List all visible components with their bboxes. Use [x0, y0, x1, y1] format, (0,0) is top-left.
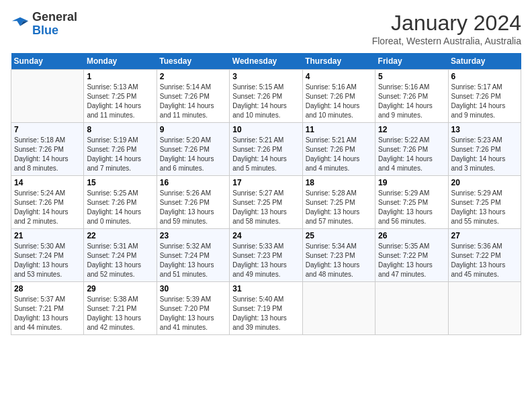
day-info: Sunrise: 5:20 AM Sunset: 7:26 PM Dayligh… — [160, 136, 226, 173]
day-info: Sunrise: 5:38 AM Sunset: 7:21 PM Dayligh… — [87, 295, 153, 332]
calendar-cell: 24Sunrise: 5:33 AM Sunset: 7:23 PM Dayli… — [230, 229, 302, 282]
calendar-cell: 21Sunrise: 5:30 AM Sunset: 7:24 PM Dayli… — [11, 229, 84, 282]
page-header: General Blue January 2024 Floreat, Weste… — [11, 11, 521, 46]
day-info: Sunrise: 5:17 AM Sunset: 7:26 PM Dayligh… — [451, 83, 518, 120]
calendar-cell: 15Sunrise: 5:25 AM Sunset: 7:26 PM Dayli… — [84, 176, 157, 229]
calendar-cell: 22Sunrise: 5:31 AM Sunset: 7:24 PM Dayli… — [84, 229, 157, 282]
day-info: Sunrise: 5:35 AM Sunset: 7:22 PM Dayligh… — [378, 242, 445, 279]
day-number: 4 — [306, 72, 372, 81]
day-info: Sunrise: 5:40 AM Sunset: 7:19 PM Dayligh… — [232, 295, 299, 332]
calendar-cell: 1Sunrise: 5:13 AM Sunset: 7:25 PM Daylig… — [84, 70, 157, 123]
month-year-title: January 2024 — [372, 11, 521, 36]
day-info: Sunrise: 5:27 AM Sunset: 7:25 PM Dayligh… — [232, 189, 299, 226]
day-number: 29 — [87, 284, 153, 293]
logo-blue-text: Blue — [32, 24, 58, 37]
calendar-cell: 31Sunrise: 5:40 AM Sunset: 7:19 PM Dayli… — [230, 282, 302, 335]
day-info: Sunrise: 5:26 AM Sunset: 7:26 PM Dayligh… — [160, 189, 226, 226]
calendar-cell: 4Sunrise: 5:16 AM Sunset: 7:26 PM Daylig… — [302, 70, 375, 123]
location-subtitle: Floreat, Western Australia, Australia — [372, 36, 521, 46]
calendar-week-row: 1Sunrise: 5:13 AM Sunset: 7:25 PM Daylig… — [11, 70, 521, 123]
day-number: 5 — [378, 72, 445, 81]
day-number: 14 — [14, 178, 81, 187]
day-number: 18 — [306, 178, 372, 187]
day-info: Sunrise: 5:30 AM Sunset: 7:24 PM Dayligh… — [14, 242, 81, 279]
day-number: 15 — [87, 178, 153, 187]
calendar-cell — [11, 70, 84, 123]
day-number: 31 — [232, 284, 299, 293]
day-number: 19 — [378, 178, 445, 187]
day-info: Sunrise: 5:14 AM Sunset: 7:26 PM Dayligh… — [160, 83, 226, 120]
day-info: Sunrise: 5:37 AM Sunset: 7:21 PM Dayligh… — [14, 295, 81, 332]
day-info: Sunrise: 5:39 AM Sunset: 7:20 PM Dayligh… — [160, 295, 226, 332]
day-info: Sunrise: 5:22 AM Sunset: 7:26 PM Dayligh… — [378, 136, 445, 173]
calendar-week-row: 14Sunrise: 5:24 AM Sunset: 7:26 PM Dayli… — [11, 176, 521, 229]
calendar-cell: 10Sunrise: 5:21 AM Sunset: 7:26 PM Dayli… — [230, 123, 302, 176]
calendar-cell: 27Sunrise: 5:36 AM Sunset: 7:22 PM Dayli… — [448, 229, 521, 282]
day-info: Sunrise: 5:13 AM Sunset: 7:25 PM Dayligh… — [87, 83, 153, 120]
day-number: 24 — [232, 231, 299, 240]
calendar-cell: 26Sunrise: 5:35 AM Sunset: 7:22 PM Dayli… — [375, 229, 448, 282]
day-number: 7 — [14, 125, 81, 134]
calendar-cell: 19Sunrise: 5:29 AM Sunset: 7:25 PM Dayli… — [375, 176, 448, 229]
day-number: 21 — [14, 231, 81, 240]
day-number: 27 — [451, 231, 518, 240]
day-info: Sunrise: 5:32 AM Sunset: 7:24 PM Dayligh… — [160, 242, 226, 279]
calendar-cell: 23Sunrise: 5:32 AM Sunset: 7:24 PM Dayli… — [157, 229, 229, 282]
day-number: 9 — [160, 125, 226, 134]
day-number: 8 — [87, 125, 153, 134]
logo-general-text: General — [32, 10, 77, 24]
calendar-cell: 17Sunrise: 5:27 AM Sunset: 7:25 PM Dayli… — [230, 176, 302, 229]
day-info: Sunrise: 5:15 AM Sunset: 7:26 PM Dayligh… — [232, 83, 299, 120]
calendar-cell: 20Sunrise: 5:29 AM Sunset: 7:25 PM Dayli… — [448, 176, 521, 229]
calendar-cell: 13Sunrise: 5:23 AM Sunset: 7:26 PM Dayli… — [448, 123, 521, 176]
day-number: 28 — [14, 284, 81, 293]
calendar-cell: 30Sunrise: 5:39 AM Sunset: 7:20 PM Dayli… — [157, 282, 229, 335]
calendar-week-row: 21Sunrise: 5:30 AM Sunset: 7:24 PM Dayli… — [11, 229, 521, 282]
day-number: 2 — [160, 72, 226, 81]
day-info: Sunrise: 5:28 AM Sunset: 7:25 PM Dayligh… — [306, 189, 372, 226]
calendar-cell: 11Sunrise: 5:21 AM Sunset: 7:26 PM Dayli… — [302, 123, 375, 176]
day-number: 30 — [160, 284, 226, 293]
day-number: 23 — [160, 231, 226, 240]
day-info: Sunrise: 5:16 AM Sunset: 7:26 PM Dayligh… — [378, 83, 445, 120]
day-number: 1 — [87, 72, 153, 81]
calendar-cell: 25Sunrise: 5:34 AM Sunset: 7:23 PM Dayli… — [302, 229, 375, 282]
day-info: Sunrise: 5:29 AM Sunset: 7:25 PM Dayligh… — [378, 189, 445, 226]
calendar-cell: 16Sunrise: 5:26 AM Sunset: 7:26 PM Dayli… — [157, 176, 229, 229]
day-info: Sunrise: 5:19 AM Sunset: 7:26 PM Dayligh… — [87, 136, 153, 173]
calendar-cell: 7Sunrise: 5:18 AM Sunset: 7:26 PM Daylig… — [11, 123, 84, 176]
day-of-week-header: Saturday — [448, 53, 521, 70]
day-number: 3 — [232, 72, 299, 81]
day-number: 20 — [451, 178, 518, 187]
day-info: Sunrise: 5:36 AM Sunset: 7:22 PM Dayligh… — [451, 242, 518, 279]
calendar-cell: 14Sunrise: 5:24 AM Sunset: 7:26 PM Dayli… — [11, 176, 84, 229]
day-info: Sunrise: 5:23 AM Sunset: 7:26 PM Dayligh… — [451, 136, 518, 173]
day-number: 6 — [451, 72, 518, 81]
calendar-cell — [302, 282, 375, 335]
day-info: Sunrise: 5:18 AM Sunset: 7:26 PM Dayligh… — [14, 136, 81, 173]
day-info: Sunrise: 5:21 AM Sunset: 7:26 PM Dayligh… — [306, 136, 372, 173]
day-info: Sunrise: 5:21 AM Sunset: 7:26 PM Dayligh… — [232, 136, 299, 173]
calendar-cell: 9Sunrise: 5:20 AM Sunset: 7:26 PM Daylig… — [157, 123, 229, 176]
day-number: 11 — [306, 125, 372, 134]
day-info: Sunrise: 5:29 AM Sunset: 7:25 PM Dayligh… — [451, 189, 518, 226]
calendar-header-row: SundayMondayTuesdayWednesdayThursdayFrid… — [11, 53, 521, 70]
calendar-cell — [375, 282, 448, 335]
day-number: 12 — [378, 125, 445, 134]
logo: General Blue — [11, 11, 77, 38]
day-info: Sunrise: 5:33 AM Sunset: 7:23 PM Dayligh… — [232, 242, 299, 279]
logo-icon — [11, 15, 30, 34]
calendar-week-row: 7Sunrise: 5:18 AM Sunset: 7:26 PM Daylig… — [11, 123, 521, 176]
day-of-week-header: Thursday — [302, 53, 375, 70]
title-block: January 2024 Floreat, Western Australia,… — [372, 11, 521, 46]
day-of-week-header: Wednesday — [230, 53, 302, 70]
day-of-week-header: Tuesday — [157, 53, 229, 70]
day-info: Sunrise: 5:31 AM Sunset: 7:24 PM Dayligh… — [87, 242, 153, 279]
day-number: 10 — [232, 125, 299, 134]
day-number: 16 — [160, 178, 226, 187]
calendar-table: SundayMondayTuesdayWednesdayThursdayFrid… — [11, 53, 521, 335]
calendar-cell: 8Sunrise: 5:19 AM Sunset: 7:26 PM Daylig… — [84, 123, 157, 176]
calendar-cell: 18Sunrise: 5:28 AM Sunset: 7:25 PM Dayli… — [302, 176, 375, 229]
day-number: 13 — [451, 125, 518, 134]
calendar-cell: 12Sunrise: 5:22 AM Sunset: 7:26 PM Dayli… — [375, 123, 448, 176]
